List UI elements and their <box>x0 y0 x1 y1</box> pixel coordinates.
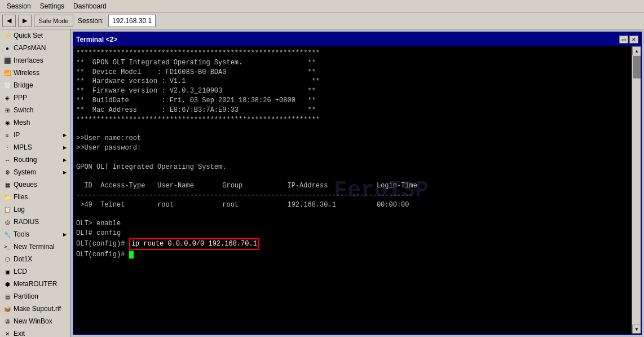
mesh-icon: ◉ <box>3 119 11 126</box>
terminal-titlebar: Terminal <2> ▭ ✕ <box>74 33 641 46</box>
sidebar-item-mesh[interactable]: ◉ Mesh <box>0 116 70 129</box>
make-supout-icon: 📦 <box>3 305 11 313</box>
sidebar-item-switch[interactable]: ⊞ Switch <box>0 104 70 116</box>
sidebar-label-system: System <box>14 168 36 176</box>
terminal-output: ****************************************… <box>76 49 629 260</box>
sidebar-label-capsman: CAPsMAN <box>14 44 46 52</box>
toolbar: ◀ ▶ Safe Mode Session: 192.168.30.1 <box>0 12 644 29</box>
switch-icon: ⊞ <box>3 106 11 114</box>
sidebar-label-routing: Routing <box>14 156 37 164</box>
menu-settings[interactable]: Settings <box>36 1 69 11</box>
new-terminal-icon: >_ <box>3 243 11 251</box>
sidebar-label-files: Files <box>14 193 28 201</box>
terminal-cursor <box>129 251 134 259</box>
files-icon: 📁 <box>3 193 11 201</box>
sidebar-item-capsman[interactable]: ● CAPsMAN <box>0 42 70 54</box>
sidebar-item-new-terminal[interactable]: >_ New Terminal <box>0 240 70 253</box>
sidebar-label-switch: Switch <box>14 106 33 114</box>
new-winbox-icon: 🖥 <box>3 317 11 325</box>
sidebar-label-wireless: Wireless <box>14 69 39 77</box>
sidebar-label-bridge: Bridge <box>14 81 33 89</box>
sidebar-item-dot1x[interactable]: ⬡ Dot1X <box>0 253 70 265</box>
sidebar-item-partition[interactable]: ▤ Partition <box>0 290 70 303</box>
safe-mode-button[interactable]: Safe Mode <box>34 15 73 27</box>
sidebar-label-lcd: LCD <box>14 268 27 275</box>
sidebar-label-queues: Queues <box>14 181 37 189</box>
forward-button[interactable]: ▶ <box>18 15 32 27</box>
sidebar-item-routing[interactable]: ↔ Routing <box>0 154 70 166</box>
exit-icon: ✕ <box>3 330 11 337</box>
sidebar-label-ip: IP <box>14 131 20 139</box>
terminal-content-wrapper: FeroISP ********************************… <box>74 46 641 334</box>
sidebar-label-radius: RADIUS <box>14 218 39 226</box>
sidebar-item-quick-set[interactable]: ⚡ Quick Set <box>0 29 70 42</box>
metarouter-icon: ⬢ <box>3 280 11 288</box>
queues-icon: ▦ <box>3 181 11 189</box>
sidebar-label-make-supout: Make Supout.rif <box>14 305 61 313</box>
sidebar-item-queues[interactable]: ▦ Queues <box>0 178 70 191</box>
ip-icon: ≡ <box>3 131 11 139</box>
sidebar-item-tools[interactable]: 🔧 Tools <box>0 228 70 240</box>
sidebar-label-exit: Exit <box>14 330 25 337</box>
sidebar-item-lcd[interactable]: ▣ LCD <box>0 265 70 278</box>
sidebar-item-ppp[interactable]: ◈ PPP <box>0 91 70 104</box>
terminal-restore-button[interactable]: ▭ <box>619 36 628 43</box>
sidebar-item-mpls[interactable]: ⋮ MPLS <box>0 141 70 154</box>
sidebar-item-files[interactable]: 📁 Files <box>0 191 70 203</box>
scroll-track <box>632 55 641 325</box>
terminal-window: Terminal <2> ▭ ✕ FeroISP ***************… <box>73 32 642 335</box>
sidebar-item-radius[interactable]: ◎ RADIUS <box>0 216 70 228</box>
back-button[interactable]: ◀ <box>2 15 16 27</box>
sidebar-item-make-supout[interactable]: 📦 Make Supout.rif <box>0 303 70 315</box>
sidebar-label-log: Log <box>14 205 25 213</box>
sidebar-item-metarouter[interactable]: ⬢ MetaROUTER <box>0 278 70 290</box>
terminal-body[interactable]: FeroISP ********************************… <box>74 46 632 334</box>
sidebar-label-partition: Partition <box>14 292 38 300</box>
sidebar-label-metarouter: MetaROUTER <box>14 280 57 288</box>
sidebar-item-ip[interactable]: ≡ IP <box>0 129 70 141</box>
sidebar-label-mpls: MPLS <box>14 143 32 151</box>
wireless-icon: 📶 <box>3 69 11 77</box>
scroll-down-button[interactable]: ▼ <box>632 325 641 334</box>
bridge-icon: ⬜ <box>3 81 11 89</box>
tools-icon: 🔧 <box>3 230 11 238</box>
sidebar-label-new-winbox: New WinBox <box>14 317 52 325</box>
terminal-scrollbar[interactable]: ▲ ▼ <box>632 46 641 334</box>
menu-dashboard[interactable]: Dashboard <box>69 1 111 11</box>
ppp-icon: ◈ <box>3 94 11 102</box>
scroll-up-button[interactable]: ▲ <box>632 46 641 55</box>
sidebar-label-interfaces: Interfaces <box>14 56 43 64</box>
sidebar-item-bridge[interactable]: ⬜ Bridge <box>0 79 70 91</box>
radius-icon: ◎ <box>3 218 11 226</box>
menu-bar: Session Settings Dashboard <box>0 0 644 12</box>
sidebar-item-wireless[interactable]: 📶 Wireless <box>0 67 70 79</box>
session-label: Session: <box>76 17 106 25</box>
sidebar-item-new-winbox[interactable]: 🖥 New WinBox <box>0 315 70 327</box>
sidebar-item-log[interactable]: 📋 Log <box>0 203 70 216</box>
content-area: Terminal <2> ▭ ✕ FeroISP ***************… <box>70 29 644 337</box>
lcd-icon: ▣ <box>3 268 11 275</box>
sidebar-item-interfaces[interactable]: ⬛ Interfaces <box>0 54 70 67</box>
sidebar-item-system[interactable]: ⚙ System <box>0 166 70 178</box>
session-value: 192.168.30.1 <box>108 15 156 27</box>
terminal-title: Terminal <2> <box>76 36 117 43</box>
highlighted-command: ip route 0.0.0.0/0 192.168.70.1 <box>129 238 259 250</box>
routing-icon: ↔ <box>3 156 11 164</box>
terminal-close-button[interactable]: ✕ <box>629 36 638 43</box>
sidebar-label-dot1x: Dot1X <box>14 255 32 263</box>
log-icon: 📋 <box>3 205 11 213</box>
sidebar-label-new-terminal: New Terminal <box>14 243 54 251</box>
menu-session[interactable]: Session <box>2 1 36 11</box>
sidebar-label-mesh: Mesh <box>14 119 30 126</box>
scroll-thumb[interactable] <box>633 56 641 78</box>
sidebar: ⚡ Quick Set ● CAPsMAN ⬛ Interfaces 📶 Wir… <box>0 29 70 337</box>
sidebar-label-ppp: PPP <box>14 94 27 102</box>
capsman-icon: ● <box>3 44 11 52</box>
system-icon: ⚙ <box>3 168 11 176</box>
dot1x-icon: ⬡ <box>3 255 11 263</box>
sidebar-label-tools: Tools <box>14 230 29 238</box>
sidebar-item-exit[interactable]: ✕ Exit <box>0 327 70 337</box>
quick-set-icon: ⚡ <box>3 32 11 40</box>
interfaces-icon: ⬛ <box>3 56 11 64</box>
mpls-icon: ⋮ <box>3 143 11 151</box>
